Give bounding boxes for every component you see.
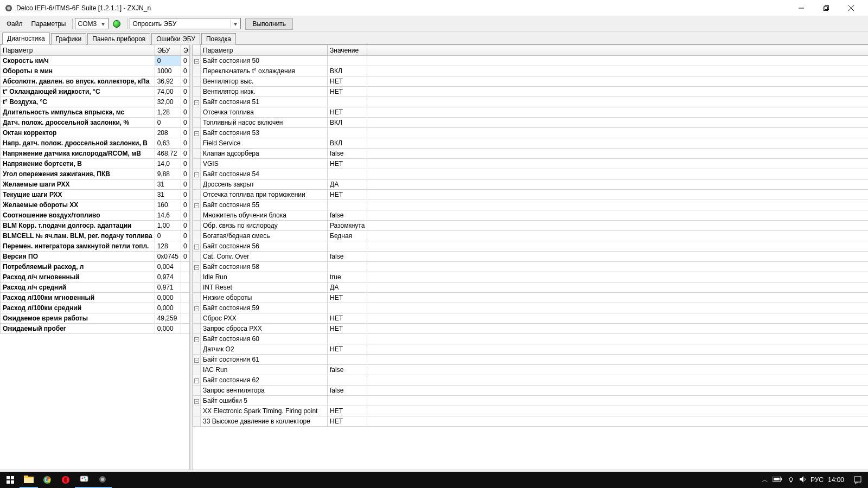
table-row[interactable]: Множитель обучения блокаfalse bbox=[193, 210, 869, 221]
table-row[interactable]: Cat. Conv. Overfalse bbox=[193, 252, 869, 262]
close-button[interactable] bbox=[839, 0, 864, 16]
table-row[interactable]: Напряжение датчика кислорода/RCOM, мВ468… bbox=[1, 149, 190, 159]
table-row[interactable]: Низкие оборотыНЕТ bbox=[193, 293, 869, 303]
collapse-icon[interactable]: − bbox=[194, 245, 199, 249]
table-row[interactable]: Расход л/ч мгновенный0,974 bbox=[1, 272, 190, 282]
collapse-icon[interactable]: − bbox=[194, 100, 199, 105]
table-row[interactable]: Idle Runtrue bbox=[193, 272, 869, 282]
table-row[interactable]: INT ResetДА bbox=[193, 282, 869, 293]
table-row[interactable]: 33 Высокое давление в коллектореНЕТ bbox=[193, 416, 869, 427]
tree-handle-cell[interactable]: − bbox=[193, 262, 201, 272]
table-row[interactable]: Желаемые обороты ХХ1600 bbox=[1, 200, 190, 210]
status-pane-right[interactable]: Параметр Значение −Байт состояния 50Пере… bbox=[193, 44, 868, 470]
table-row[interactable]: Вентилятор выс.НЕТ bbox=[193, 76, 869, 87]
collapse-icon[interactable]: − bbox=[194, 399, 199, 404]
collapse-icon[interactable]: − bbox=[194, 378, 199, 383]
group-row[interactable]: −Байт состояния 55 bbox=[193, 200, 869, 210]
table-row[interactable]: XX Electronic Spark Timing. Firing point… bbox=[193, 406, 869, 416]
table-row[interactable]: Датч. полож. дроссельной заслонки, %00 bbox=[1, 118, 190, 128]
tree-handle-cell[interactable]: − bbox=[193, 169, 201, 179]
tree-handle-cell[interactable]: − bbox=[193, 334, 201, 344]
ecu-action-combo[interactable]: Опросить ЭБУ ▾ bbox=[130, 18, 241, 29]
table-row[interactable]: Текущие шаги РХХ310 bbox=[1, 190, 190, 200]
group-row[interactable]: −Байт состояния 60 bbox=[193, 334, 869, 344]
table-row[interactable]: Ожидаемое время работы49,259 bbox=[1, 313, 190, 324]
table-row[interactable]: Клапан адсорбераfalse bbox=[193, 149, 869, 159]
table-row[interactable]: BLMCELL № яч.пам. BLM, рег. подачу топли… bbox=[1, 231, 190, 241]
tree-handle-cell[interactable]: − bbox=[193, 200, 201, 210]
table-row[interactable]: Абсолютн. давлен. во впуск. коллекторе, … bbox=[1, 76, 190, 87]
table-row[interactable]: Напряжение бортсети, В14,00 bbox=[1, 159, 190, 169]
tree-handle-cell[interactable]: − bbox=[193, 128, 201, 138]
table-row[interactable]: Расход л/100км мгновенный0,000 bbox=[1, 293, 190, 303]
col-param[interactable]: Параметр bbox=[1, 45, 155, 56]
table-row[interactable]: Расход л/100км средний0,000 bbox=[1, 303, 190, 313]
table-row[interactable]: Сброс РХХНЕТ bbox=[193, 313, 869, 324]
collapse-icon[interactable]: − bbox=[194, 337, 199, 342]
collapse-icon[interactable]: − bbox=[194, 306, 199, 311]
tree-handle-cell[interactable]: − bbox=[193, 56, 201, 66]
table-row[interactable]: Обороты в мин10000 bbox=[1, 66, 190, 76]
table-row[interactable]: Отсечка топливаНЕТ bbox=[193, 107, 869, 118]
table-row[interactable]: Вентилятор низк.НЕТ bbox=[193, 87, 869, 97]
table-row[interactable]: Версия ПО0x07450 bbox=[1, 252, 190, 262]
collapse-icon[interactable]: − bbox=[194, 59, 199, 64]
table-row[interactable]: Field ServiceВКЛ bbox=[193, 138, 869, 149]
maximize-button[interactable] bbox=[814, 0, 839, 16]
tree-handle-cell[interactable]: − bbox=[193, 355, 201, 365]
group-row[interactable]: −Байт состояния 61 bbox=[193, 355, 869, 365]
collapse-icon[interactable]: − bbox=[194, 265, 199, 270]
table-row[interactable]: Соотношение воздух/топливо14,60 bbox=[1, 210, 190, 221]
table-row[interactable]: Отсечка топлива при торможенииНЕТ bbox=[193, 190, 869, 200]
collapse-icon[interactable]: − bbox=[194, 203, 199, 208]
tab-trip[interactable]: Поездка bbox=[201, 33, 236, 44]
group-row[interactable]: −Байт состояния 53 bbox=[193, 128, 869, 138]
tree-handle-cell[interactable]: − bbox=[193, 375, 201, 386]
table-row[interactable]: Богатая/бедная смесьБедная bbox=[193, 231, 869, 241]
com-port-combo[interactable]: COM3 ▾ bbox=[75, 18, 108, 29]
group-row[interactable]: −Байт ошибки 5 bbox=[193, 396, 869, 406]
table-row[interactable]: Расход л/ч средний0,971 bbox=[1, 282, 190, 293]
table-row[interactable]: Скорость км/ч00 bbox=[1, 56, 190, 66]
table-row[interactable]: t° Воздуха, °С32,000 bbox=[1, 97, 190, 107]
table-row[interactable]: Запрос вентилятораfalse bbox=[193, 386, 869, 396]
table-row[interactable]: Потребляемый расход, л0,004 bbox=[1, 262, 190, 272]
collapse-icon[interactable]: − bbox=[194, 172, 199, 177]
tab-charts[interactable]: Графики bbox=[51, 33, 87, 44]
group-row[interactable]: −Байт состояния 54 bbox=[193, 169, 869, 179]
group-row[interactable]: −Байт состояния 56 bbox=[193, 241, 869, 252]
minimize-button[interactable] bbox=[789, 0, 814, 16]
group-row[interactable]: −Байт состояния 59 bbox=[193, 303, 869, 313]
table-row[interactable]: t° Охлаждающей жидкости, °С74,000 bbox=[1, 87, 190, 97]
collapse-icon[interactable]: − bbox=[194, 358, 199, 363]
col-value[interactable]: Значение bbox=[328, 45, 367, 56]
table-row[interactable]: Топливный насос включенВКЛ bbox=[193, 118, 869, 128]
table-row[interactable]: Желаемые шаги РХХ310 bbox=[1, 179, 190, 190]
table-row[interactable]: Обр. связь по кислородуРазомкнута bbox=[193, 221, 869, 231]
col-ref[interactable]: Эталон bbox=[181, 45, 190, 56]
table-row[interactable]: IAC Runfalse bbox=[193, 365, 869, 375]
table-row[interactable]: Датчик O2НЕТ bbox=[193, 344, 869, 355]
group-row[interactable]: −Байт состояния 62 bbox=[193, 375, 869, 386]
tab-dashboard[interactable]: Панель приборов bbox=[87, 33, 150, 44]
table-row[interactable]: VGISНЕТ bbox=[193, 159, 869, 169]
tree-handle-cell[interactable]: − bbox=[193, 303, 201, 313]
menu-params[interactable]: Параметры bbox=[27, 18, 71, 30]
tree-handle-cell[interactable]: − bbox=[193, 396, 201, 406]
collapse-icon[interactable]: − bbox=[194, 131, 199, 136]
tab-diagnostics[interactable]: Диагностика bbox=[2, 33, 50, 44]
table-row[interactable]: Перемен. интегратора замкнутой петли топ… bbox=[1, 241, 190, 252]
table-row[interactable]: Ожидаемый пробег0,000 bbox=[1, 324, 190, 334]
table-row[interactable]: Запрос сброса РХХНЕТ bbox=[193, 324, 869, 334]
params-pane-left[interactable]: Параметр ЭБУ Эталон Скорость км/ч00Оборо… bbox=[0, 44, 190, 470]
menu-file[interactable]: Файл bbox=[2, 18, 27, 30]
tab-errors[interactable]: Ошибки ЭБУ bbox=[151, 33, 200, 44]
group-row[interactable]: −Байт состояния 58 bbox=[193, 262, 869, 272]
table-row[interactable]: Напр. датч. полож. дроссельной заслонки,… bbox=[1, 138, 190, 149]
table-row[interactable]: Угол опережения зажигания, ПКВ9,880 bbox=[1, 169, 190, 179]
group-row[interactable]: −Байт состояния 50 bbox=[193, 56, 869, 66]
table-row[interactable]: Октан корректор2080 bbox=[1, 128, 190, 138]
run-button[interactable]: Выполнить bbox=[245, 18, 293, 30]
col-ecu[interactable]: ЭБУ bbox=[155, 45, 181, 56]
tree-handle-cell[interactable]: − bbox=[193, 97, 201, 107]
